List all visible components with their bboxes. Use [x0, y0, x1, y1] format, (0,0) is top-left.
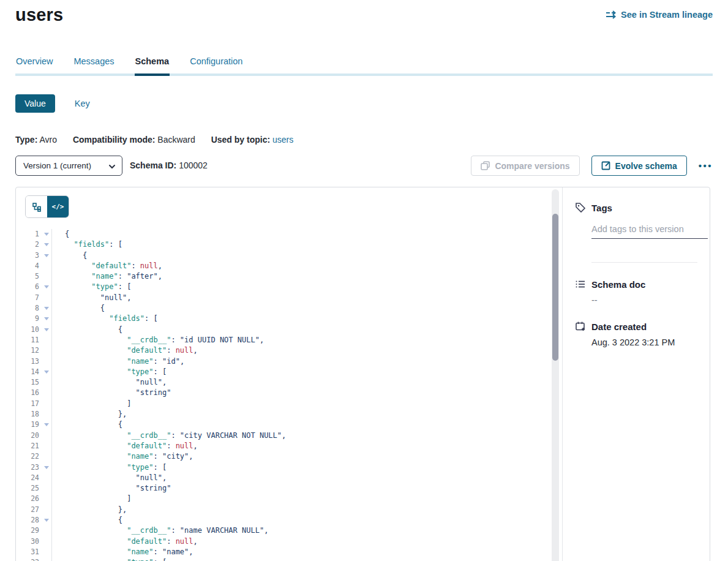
tab-overview[interactable]: Overview — [15, 54, 53, 76]
fold-arrow-icon[interactable] — [44, 328, 49, 331]
line-number: 24 — [16, 473, 42, 483]
fold-column — [42, 547, 51, 557]
key-toggle-link[interactable]: Key — [75, 99, 90, 108]
tags-title: Tags — [591, 203, 612, 213]
code-view-button[interactable]: </> — [47, 196, 69, 217]
code-line: 16 "string" — [16, 388, 549, 398]
editor-gutter: 14 — [16, 367, 52, 377]
editor-gutter: 6 — [16, 282, 52, 292]
fold-column — [42, 537, 51, 547]
editor-gutter: 32 — [16, 557, 52, 561]
version-select[interactable]: Version 1 (current) — [15, 156, 122, 176]
sidebar-divider — [591, 262, 697, 263]
line-number: 19 — [16, 420, 42, 430]
line-number: 9 — [16, 314, 42, 324]
code-line: 14 "type": [ — [16, 367, 549, 377]
tab-schema[interactable]: Schema — [135, 54, 170, 76]
code-text: { — [52, 420, 122, 430]
code-line: 8 { — [16, 303, 549, 314]
code-text: "__crdb__": "name VARCHAR NULL", — [52, 525, 268, 536]
code-text: "string" — [52, 483, 171, 494]
schema-sidebar: Tags Schema doc -- — [563, 187, 710, 561]
code-text: "type": [ — [52, 557, 167, 561]
code-line: 27 }, — [16, 505, 549, 515]
code-text: "name": "after", — [52, 271, 162, 282]
schema-meta-row: Type: Avro Compatibility mode: Backward … — [15, 135, 307, 145]
fold-arrow-icon[interactable] — [44, 243, 49, 246]
tree-view-button[interactable] — [26, 196, 47, 217]
code-text: "default": null, — [52, 345, 198, 356]
fold-arrow-icon[interactable] — [44, 371, 49, 374]
fold-column — [42, 420, 51, 430]
tab-configuration[interactable]: Configuration — [189, 54, 243, 76]
code-text: "__crdb__": "city VARCHAR NOT NULL", — [52, 431, 286, 441]
editor-scrollbar[interactable] — [552, 189, 559, 561]
editor-gutter: 24 — [16, 473, 52, 483]
editor-gutter: 20 — [16, 431, 52, 441]
tags-header: Tags — [575, 202, 704, 213]
line-number: 23 — [16, 462, 42, 473]
add-tags-input[interactable] — [591, 224, 708, 239]
fold-arrow-icon[interactable] — [44, 233, 49, 236]
line-number: 28 — [16, 515, 42, 525]
code-lines: 1{2 "fields": [3 {4 "default": null,5 "n… — [16, 229, 549, 561]
fold-column — [42, 367, 51, 377]
fold-column — [42, 345, 51, 356]
value-key-toggle: Value Key — [15, 94, 90, 113]
code-text: { — [52, 250, 87, 261]
line-number: 2 — [16, 239, 42, 250]
code-text: }, — [52, 409, 127, 420]
code-text: "type": [ — [52, 282, 131, 292]
fold-arrow-icon[interactable] — [44, 307, 49, 310]
line-number: 15 — [16, 377, 42, 388]
line-number: 8 — [16, 303, 42, 314]
line-number: 11 — [16, 335, 42, 345]
schema-card: </> 1{2 "fields": [3 {4 "default": null,… — [15, 187, 710, 561]
stream-lineage-link[interactable]: See in Stream lineage — [606, 10, 713, 20]
editor-gutter: 4 — [16, 261, 52, 271]
fold-arrow-icon[interactable] — [44, 317, 49, 320]
fold-column — [42, 261, 51, 271]
fold-arrow-icon[interactable] — [44, 466, 49, 469]
code-line: 25 "string" — [16, 483, 549, 494]
code-text: "__crdb__": "id UUID NOT NULL", — [52, 335, 264, 345]
code-line: 32 "type": [ — [16, 557, 549, 561]
edit-icon — [601, 161, 610, 170]
fold-column — [42, 293, 51, 303]
line-number: 31 — [16, 547, 42, 557]
fold-arrow-icon[interactable] — [44, 519, 49, 522]
line-number: 26 — [16, 494, 42, 504]
stream-lineage-label: See in Stream lineage — [621, 10, 713, 20]
more-actions-button[interactable]: ••• — [699, 160, 713, 171]
fold-column — [42, 409, 51, 420]
value-toggle-button[interactable]: Value — [15, 94, 55, 113]
schema-doc-section: Schema doc -- — [575, 279, 704, 305]
topic-link[interactable]: users — [272, 135, 293, 145]
version-bar: Version 1 (current) Schema ID: 100002 Co… — [15, 156, 713, 176]
compare-versions-button[interactable]: Compare versions — [471, 156, 579, 176]
code-line: 26 ] — [16, 494, 549, 504]
fold-arrow-icon[interactable] — [44, 423, 49, 426]
line-number: 27 — [16, 505, 42, 515]
code-line: 22 "name": "city", — [16, 451, 549, 462]
fold-column — [42, 399, 51, 409]
code-text: "default": null, — [52, 537, 198, 547]
fold-arrow-icon[interactable] — [44, 285, 49, 288]
code-text: "name": "name", — [52, 547, 193, 557]
fold-arrow-icon[interactable] — [44, 254, 49, 257]
tags-section: Tags — [575, 202, 704, 263]
code-text: "name": "city", — [52, 451, 193, 462]
tab-messages[interactable]: Messages — [73, 54, 114, 76]
code-line: 21 "default": null, — [16, 441, 549, 451]
line-number: 21 — [16, 441, 42, 451]
line-number: 17 — [16, 399, 42, 409]
editor-gutter: 5 — [16, 271, 52, 282]
fold-column — [42, 431, 51, 441]
code-text: "type": [ — [52, 462, 167, 473]
schema-doc-value: -- — [591, 295, 704, 305]
editor-scrollbar-thumb[interactable] — [552, 214, 558, 361]
date-created-value: Aug. 3 2022 3:21 PM — [591, 337, 704, 347]
evolve-schema-button[interactable]: Evolve schema — [591, 156, 687, 176]
fold-column — [42, 377, 51, 388]
line-number: 30 — [16, 537, 42, 547]
